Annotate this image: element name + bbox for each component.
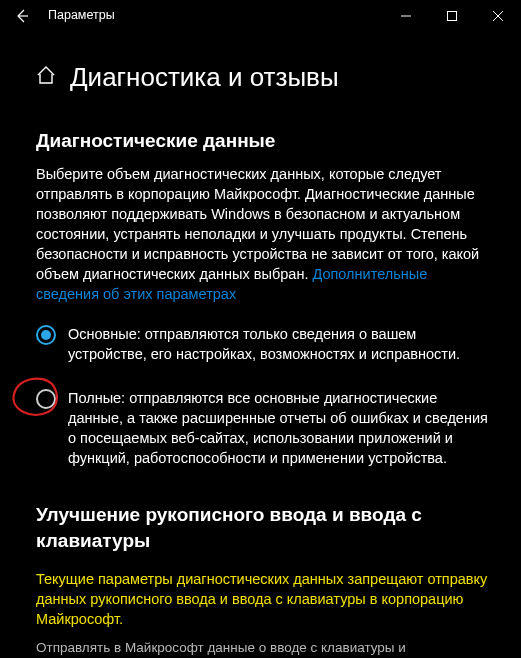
arrow-left-icon bbox=[14, 8, 30, 24]
handwriting-warning: Текущие параметры диагностических данных… bbox=[36, 569, 491, 629]
home-icon bbox=[36, 65, 56, 85]
diagnostic-data-radio-group: Основные: отправляются только сведения о… bbox=[36, 324, 491, 468]
section-heading-handwriting: Улучшение рукописного ввода и ввода с кл… bbox=[36, 502, 491, 554]
radio-label-full: Полные: отправляются все основные диагно… bbox=[68, 388, 491, 468]
radio-indicator-basic bbox=[36, 325, 56, 345]
home-button[interactable] bbox=[36, 65, 56, 90]
page-header: Диагностика и отзывы bbox=[0, 32, 521, 106]
radio-option-basic[interactable]: Основные: отправляются только сведения о… bbox=[36, 324, 491, 364]
page-title: Диагностика и отзывы bbox=[70, 60, 339, 96]
radio-option-full[interactable]: Полные: отправляются все основные диагно… bbox=[36, 388, 491, 468]
diagnostic-data-desc-text: Выберите объем диагностических данных, к… bbox=[36, 166, 479, 282]
close-icon bbox=[493, 11, 503, 21]
minimize-button[interactable] bbox=[383, 0, 429, 32]
svg-rect-0 bbox=[448, 12, 457, 21]
content-area: Диагностические данные Выберите объем ди… bbox=[0, 106, 521, 657]
section-heading-diagnostic-data: Диагностические данные bbox=[36, 128, 491, 154]
handwriting-cutoff-text: Отправлять в Майкрософт данные о вводе с… bbox=[36, 639, 491, 658]
window-controls bbox=[383, 0, 521, 32]
back-button[interactable] bbox=[0, 0, 44, 32]
maximize-button[interactable] bbox=[429, 0, 475, 32]
titlebar: Параметры bbox=[0, 0, 521, 32]
diagnostic-data-description: Выберите объем диагностических данных, к… bbox=[36, 164, 491, 304]
close-button[interactable] bbox=[475, 0, 521, 32]
radio-indicator-full bbox=[36, 389, 56, 409]
minimize-icon bbox=[401, 11, 411, 21]
app-title: Параметры bbox=[44, 7, 115, 24]
radio-label-basic: Основные: отправляются только сведения о… bbox=[68, 324, 491, 364]
maximize-icon bbox=[447, 11, 457, 21]
